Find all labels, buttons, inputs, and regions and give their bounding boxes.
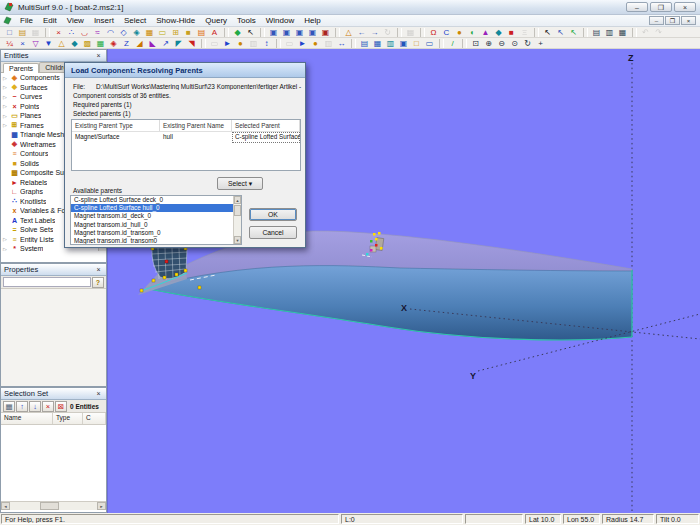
- menu-file[interactable]: File: [15, 16, 38, 25]
- surface-icon[interactable]: ◇: [117, 27, 130, 38]
- swap-visibility-icon[interactable]: ↕: [260, 38, 273, 49]
- mdi-restore-button[interactable]: ❐: [665, 16, 680, 25]
- available-parent-item[interactable]: Magnet transom.id_transom_0: [71, 229, 241, 237]
- vector-tool-icon[interactable]: ↗: [159, 38, 172, 49]
- move-up-icon[interactable]: ↑: [16, 401, 28, 412]
- copy-entities-icon[interactable]: ▤: [358, 38, 371, 49]
- show-selected-icon[interactable]: ►: [296, 38, 309, 49]
- select-add-icon[interactable]: ↖: [554, 27, 567, 38]
- group-icon[interactable]: ▣: [397, 38, 410, 49]
- parents-table-cell[interactable]: C-spline Lofted Surface hull_0: [232, 132, 300, 143]
- measure-icon[interactable]: △: [342, 27, 355, 38]
- insert-entity-icon[interactable]: ◆: [231, 27, 244, 38]
- parents-column-header[interactable]: Existing Parent Type: [72, 120, 160, 131]
- available-parent-item[interactable]: Magnet transom.id_hull_0: [71, 221, 241, 229]
- ring-tool-icon[interactable]: ▽: [29, 38, 42, 49]
- plane-icon[interactable]: ▭: [156, 27, 169, 38]
- frame-icon[interactable]: ⊞: [169, 27, 182, 38]
- show-surface-icon[interactable]: ◆: [492, 27, 505, 38]
- corner2-tool-icon[interactable]: ◣: [146, 38, 159, 49]
- bead-tool-icon[interactable]: ▼: [42, 38, 55, 49]
- cascade-windows-icon[interactable]: ▤: [590, 27, 603, 38]
- menu-show-hide[interactable]: Show-Hide: [151, 16, 200, 25]
- parents-table-cell[interactable]: Magnet/Surface: [72, 132, 160, 143]
- show-list-icon[interactable]: Ξ: [518, 27, 531, 38]
- hide-entity-icon[interactable]: ▭: [208, 38, 221, 49]
- parents-column-header[interactable]: Existing Parent Name: [160, 120, 232, 131]
- properties-entity-field[interactable]: [3, 277, 91, 287]
- select-arrow-icon[interactable]: ↖: [541, 27, 554, 38]
- arc-icon[interactable]: ◠: [104, 27, 117, 38]
- available-parent-item[interactable]: Magnet transom.id_transom0: [71, 237, 241, 245]
- poly-tool-icon[interactable]: ◆: [68, 38, 81, 49]
- save-icon[interactable]: ▦: [29, 27, 42, 38]
- refresh-icon[interactable]: ↻: [381, 27, 394, 38]
- selection-column-name[interactable]: Name: [1, 413, 53, 424]
- view-x-icon[interactable]: ▣: [280, 27, 293, 38]
- parents-table-row[interactable]: Magnet/SurfacehullC-spline Lofted Surfac…: [72, 132, 300, 143]
- selection-column-type[interactable]: Type: [53, 413, 83, 424]
- solid-icon[interactable]: ■: [182, 27, 195, 38]
- hide-selected-icon[interactable]: ●: [309, 38, 322, 49]
- pick-icon[interactable]: ↖: [244, 27, 257, 38]
- step-forward-icon[interactable]: →: [368, 27, 381, 38]
- zoom-in-icon[interactable]: ⊕: [482, 38, 495, 49]
- tree-expander-icon[interactable]: ▷: [1, 94, 9, 100]
- mesh-icon[interactable]: ▦: [143, 27, 156, 38]
- text-label-icon[interactable]: A: [208, 27, 221, 38]
- dialog-title-bar[interactable]: Load Component: Resolving Parents: [65, 63, 305, 78]
- rotate-view-icon[interactable]: ↻: [521, 38, 534, 49]
- contour-icon[interactable]: ▤: [195, 27, 208, 38]
- quarter-tool-icon[interactable]: ¼: [3, 38, 16, 49]
- menu-window[interactable]: Window: [261, 16, 299, 25]
- help-icon[interactable]: ?: [92, 277, 104, 288]
- tri-tool-icon[interactable]: △: [55, 38, 68, 49]
- close-button[interactable]: ×: [674, 2, 696, 12]
- show-half-icon[interactable]: ◐: [466, 27, 479, 38]
- undo-icon[interactable]: ↶: [639, 27, 652, 38]
- tree-expander-icon[interactable]: ▷: [1, 75, 9, 81]
- available-parents-list[interactable]: C-spline Lofted Surface deck_0C-spline L…: [70, 195, 242, 245]
- properties-close-icon[interactable]: ×: [94, 266, 103, 273]
- selection-column-c[interactable]: C: [83, 413, 106, 424]
- component-icon[interactable]: ▭: [423, 38, 436, 49]
- toggle-visibility-icon[interactable]: ↔: [335, 38, 348, 49]
- hide-parents-icon[interactable]: ▥: [247, 38, 260, 49]
- zebra-tool-icon[interactable]: Z: [120, 38, 133, 49]
- show-curvature-icon[interactable]: Ω: [427, 27, 440, 38]
- restore-button[interactable]: ❐: [650, 2, 672, 12]
- menu-insert[interactable]: Insert: [89, 16, 119, 25]
- available-parent-item[interactable]: C-spline Lofted Surface deck_0: [71, 196, 241, 204]
- view-y-icon[interactable]: ▣: [293, 27, 306, 38]
- show-points-icon[interactable]: ●: [453, 27, 466, 38]
- edit-visibility-icon[interactable]: ●: [234, 38, 247, 49]
- tree-expander-icon[interactable]: ▷: [1, 236, 9, 242]
- menu-query[interactable]: Query: [200, 16, 232, 25]
- corner3-tool-icon[interactable]: ◤: [172, 38, 185, 49]
- curve-icon[interactable]: ◡: [78, 27, 91, 38]
- ungroup-icon[interactable]: □: [410, 38, 423, 49]
- patch-tool-icon[interactable]: ◈: [107, 38, 120, 49]
- menu-view[interactable]: View: [62, 16, 89, 25]
- ok-button[interactable]: OK: [249, 208, 297, 221]
- point-icon[interactable]: ∴: [65, 27, 78, 38]
- snake-icon[interactable]: ≈: [91, 27, 104, 38]
- isolate-icon[interactable]: ▥: [322, 38, 335, 49]
- show-flag-icon[interactable]: ►: [221, 38, 234, 49]
- zoom-out-icon[interactable]: ⊖: [495, 38, 508, 49]
- cancel-button[interactable]: Cancel: [249, 226, 297, 239]
- net-tool-icon[interactable]: ▦: [94, 38, 107, 49]
- corner1-tool-icon[interactable]: ◢: [133, 38, 146, 49]
- pan-icon[interactable]: +: [534, 38, 547, 49]
- mdi-close-button[interactable]: ×: [681, 16, 696, 25]
- select-set-icon[interactable]: ↖: [567, 27, 580, 38]
- view-z-icon[interactable]: ▣: [306, 27, 319, 38]
- zoom-window-icon[interactable]: ⊡: [469, 38, 482, 49]
- duplicate-icon[interactable]: ▥: [384, 38, 397, 49]
- minimize-button[interactable]: –: [626, 2, 648, 12]
- view-perspective-icon[interactable]: ▣: [319, 27, 332, 38]
- digitize-icon[interactable]: /: [446, 38, 459, 49]
- tree-expander-icon[interactable]: ▷: [1, 113, 9, 119]
- selection-list-icon[interactable]: ▦: [3, 401, 15, 412]
- zoom-all-icon[interactable]: ⊙: [508, 38, 521, 49]
